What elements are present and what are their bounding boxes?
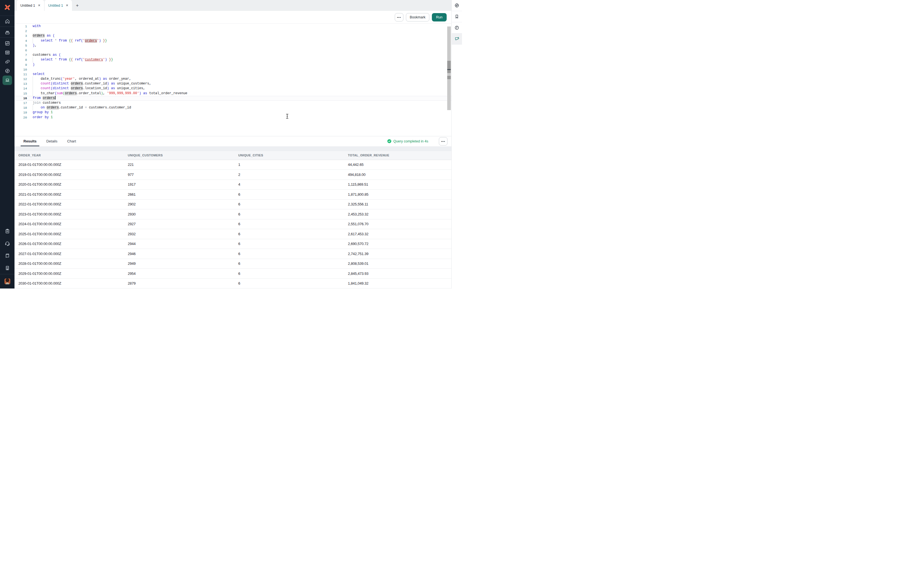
table-row: 2026-01-01T00:00:00.000Z294462,690,570.7… [15,239,451,249]
sidebar-item-windows[interactable] [0,57,15,66]
table-cell: 2024-01-01T00:00:00.000Z [18,222,128,226]
code-window-icon [5,50,10,55]
sidebar-item-tray[interactable] [0,27,15,37]
clock-icon [454,25,459,31]
line-number: 8 [15,57,27,62]
code-line-15: 15 to_char(sum(orders.order_total), '999… [15,91,451,96]
check-circle-icon [387,139,391,143]
code-line-13: 13 count(distinct orders.customer_id) as… [15,81,451,86]
compass-icon [5,68,10,74]
line-number: 1 [15,24,27,29]
column-header[interactable]: UNIQUE_CUSTOMERS [128,153,238,157]
code-line-content [32,29,451,34]
right-sidebar [451,0,462,288]
compass-icon [454,3,459,8]
right-sidebar-item-clock[interactable] [452,22,462,34]
code-line-5: 5), [15,43,451,48]
table-cell: 1917 [128,182,238,187]
scrollbar-thumb[interactable] [447,61,451,73]
table-row: 2030-01-01T00:00:00.000Z287961,841,049.3… [15,279,451,289]
results-panel: ResultsDetailsChart Query completed in 4… [15,136,451,289]
table-cell: 2021-01-01T00:00:00.000Z [18,192,128,197]
tab-close-icon[interactable]: ✕ [66,3,68,7]
right-sidebar-item-bookmark[interactable] [452,11,462,22]
more-options-button[interactable]: ••• [395,13,404,21]
scrollbar-thumb-secondary[interactable] [447,76,451,79]
hex-logo[interactable] [0,0,15,16]
sidebar-item-headset[interactable] [0,237,15,250]
table-cell: 2018-01-01T00:00:00.000Z [18,163,128,167]
table-cell: 2,617,453.32 [348,232,451,236]
code-line-16: 16from orders [15,96,451,101]
right-sidebar-item-compass[interactable] [452,0,462,11]
code-line-content: group by 1 [32,110,451,115]
results-tab-details[interactable]: Details [45,136,58,146]
main-area: Untitled 1✕Untitled 1✕ + ••• Bookmark Ru… [15,0,451,288]
sidebar-item-grid[interactable] [0,39,15,48]
code-line-3: 3orders as ( [15,34,451,38]
table-cell: 221 [128,163,238,167]
new-tab-button[interactable]: + [73,0,82,11]
line-number: 16 [15,96,27,101]
table-cell: 2954 [128,271,238,276]
table-cell: 2,453,253.32 [348,212,451,216]
run-button[interactable]: Run [432,13,447,21]
table-row: 2027-01-01T00:00:00.000Z294662,742,751.3… [15,249,451,259]
query-status-text: Query completed in 4s [393,139,428,143]
column-header[interactable]: UNIQUE_CITIES [238,153,348,157]
table-cell: 2,551,076.70 [348,222,451,226]
table-cell: 2661 [128,192,238,197]
line-number: 20 [15,115,27,120]
line-number: 3 [15,34,27,38]
code-line-content: orders as ( [32,34,451,38]
sidebar-item-compass[interactable] [0,66,15,76]
tab-2[interactable]: Untitled 1✕ [45,0,72,11]
line-number: 2 [15,29,27,34]
sql-editor[interactable]: 1with23orders as (4 select * from {{ ref… [15,24,451,136]
code-line-2: 2 [15,29,451,34]
results-more-button[interactable]: ••• [439,137,447,145]
column-header[interactable]: TOTAL_ORDER_REVENUE [348,153,451,157]
results-tab-chart[interactable]: Chart [66,136,77,146]
sidebar-item-clipboard[interactable] [0,225,15,237]
code-line-18: 18 on orders.customer_id = customers.cus… [15,105,451,110]
tab-close-icon[interactable]: ✕ [38,3,40,7]
code-line-content: date_trunc('year', ordered_at) as order_… [32,77,451,81]
sidebar-item-building[interactable] [0,262,15,274]
line-number: 4 [15,39,27,43]
table-cell: 1,115,869.51 [348,182,451,187]
table-cell: 2029-01-01T00:00:00.000Z [18,271,128,276]
sidebar-item-book[interactable] [0,250,15,262]
tray-icon [5,29,10,35]
table-cell: 1 [238,163,348,167]
table-cell: 2927 [128,222,238,226]
bookmark-button[interactable]: Bookmark [406,13,430,21]
table-cell: 2022-01-01T00:00:00.000Z [18,202,128,206]
tab-1[interactable]: Untitled 1✕ [17,0,44,11]
code-line-6: 6 [15,48,451,53]
table-cell: 6 [238,271,348,276]
line-number: 10 [15,67,27,72]
editor-scrollbar[interactable] [447,26,451,110]
left-sidebar [0,0,15,288]
table-cell: 2946 [128,252,238,256]
code-line-content: on orders.customer_id = customers.custom… [32,105,451,110]
right-sidebar-item-chat-sparkle[interactable] [452,34,462,45]
code-line-8: 8 select * from {{ ref('customers') }} [15,57,451,62]
scrollbar-marker [447,69,451,70]
sidebar-item-code-window[interactable] [0,48,15,57]
results-gap-band [15,146,451,151]
table-cell: 2023-01-01T00:00:00.000Z [18,212,128,216]
user-avatar[interactable] [0,274,15,288]
line-number: 7 [15,53,27,57]
line-number: 5 [15,43,27,48]
results-tab-results[interactable]: Results [22,136,38,146]
line-number: 13 [15,81,27,86]
sidebar-item-home[interactable] [0,16,15,26]
line-number: 15 [15,91,27,96]
table-cell: 2,808,539.01 [348,261,451,266]
column-header[interactable]: ORDER_YEAR [18,153,128,157]
code-line-7: 7customers as ( [15,53,451,57]
sidebar-item-laptop[interactable] [0,76,15,85]
code-line-10: 10 [15,67,451,72]
